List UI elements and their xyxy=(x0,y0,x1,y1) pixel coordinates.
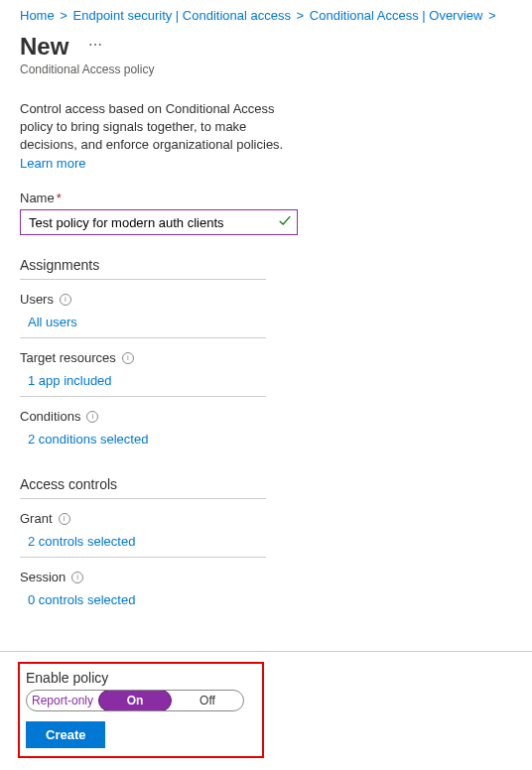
info-icon[interactable]: i xyxy=(122,352,134,364)
session-row[interactable]: Session i 0 controls selected xyxy=(20,570,266,615)
assignments-section-title: Assignments xyxy=(20,257,266,280)
chevron-right-icon: > xyxy=(486,8,498,23)
toggle-report-only[interactable]: Report-only xyxy=(27,691,98,710)
users-row[interactable]: Users i All users xyxy=(20,292,266,338)
users-label: Users xyxy=(20,292,54,307)
more-actions-icon[interactable]: ⋯ xyxy=(72,37,103,53)
info-icon[interactable]: i xyxy=(60,294,71,306)
page-title: New xyxy=(20,33,68,61)
page-subtitle: Conditional Access policy xyxy=(0,63,532,76)
info-icon[interactable]: i xyxy=(71,572,83,583)
learn-more-link[interactable]: Learn more xyxy=(20,156,288,171)
policy-name-input[interactable] xyxy=(20,209,298,235)
info-icon[interactable]: i xyxy=(59,513,70,525)
grant-value-link[interactable]: 2 controls selected xyxy=(20,534,135,549)
enable-policy-label: Enable policy xyxy=(26,670,256,686)
conditions-row[interactable]: Conditions i 2 conditions selected xyxy=(20,409,266,454)
session-value-link[interactable]: 0 controls selected xyxy=(20,592,135,607)
toggle-off[interactable]: Off xyxy=(172,691,243,710)
breadcrumb: Home > Endpoint security | Conditional a… xyxy=(0,0,532,27)
conditions-label: Conditions xyxy=(20,409,80,424)
breadcrumb-home[interactable]: Home xyxy=(20,8,55,23)
target-resources-row[interactable]: Target resources i 1 app included xyxy=(20,350,266,397)
target-resources-value-link[interactable]: 1 app included xyxy=(20,373,112,388)
breadcrumb-endpoint-security[interactable]: Endpoint security | Conditional access xyxy=(73,8,291,23)
grant-row[interactable]: Grant i 2 controls selected xyxy=(20,511,266,558)
conditions-value-link[interactable]: 2 conditions selected xyxy=(20,432,148,447)
session-label: Session xyxy=(20,570,66,584)
toggle-on[interactable]: On xyxy=(98,690,172,711)
access-controls-section-title: Access controls xyxy=(20,476,266,499)
breadcrumb-conditional-access-overview[interactable]: Conditional Access | Overview xyxy=(310,8,483,23)
required-indicator: * xyxy=(55,191,62,205)
enable-policy-toggle[interactable]: Report-only On Off xyxy=(26,690,244,711)
policy-description: Control access based on Conditional Acce… xyxy=(20,100,288,154)
enable-policy-highlight: Enable policy Report-only On Off Create xyxy=(18,662,264,758)
chevron-right-icon: > xyxy=(295,8,307,23)
info-icon[interactable]: i xyxy=(86,411,98,423)
page-header: New ⋯ xyxy=(0,27,532,63)
footer-panel: Enable policy Report-only On Off Create xyxy=(0,651,532,770)
users-value-link[interactable]: All users xyxy=(20,315,77,329)
name-label: Name* xyxy=(20,191,288,205)
grant-label: Grant xyxy=(20,511,53,526)
target-resources-label: Target resources xyxy=(20,350,116,365)
create-button[interactable]: Create xyxy=(26,721,105,748)
chevron-right-icon: > xyxy=(58,8,69,23)
